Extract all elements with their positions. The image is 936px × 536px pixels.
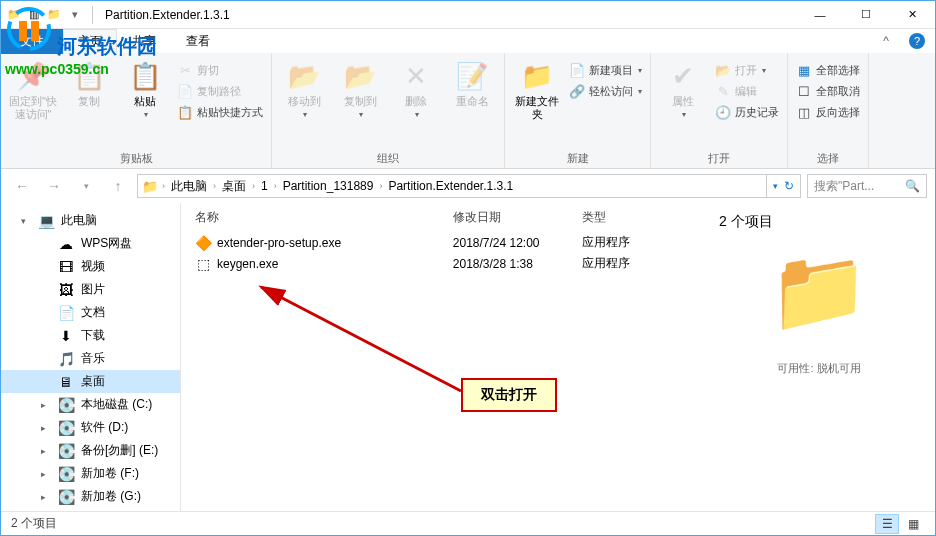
sidebar-item[interactable]: ⬇下载 [1,324,180,347]
history-icon: 🕘 [715,104,731,120]
file-row[interactable]: 🔶extender-pro-setup.exe2018/7/24 12:00应用… [181,232,671,253]
column-name[interactable]: 名称 [195,209,453,226]
navigation-sidebar: ▾💻此电脑☁WPS网盘🎞视频🖼图片📄文档⬇下载🎵音乐🖥桌面▸💽本地磁盘 (C:)… [1,203,181,511]
rename-icon: 📝 [456,61,488,93]
close-button[interactable]: ✕ [889,1,935,29]
tab-home[interactable]: 主页 [63,29,117,54]
qat-dropdown-icon[interactable]: ▾ [66,6,84,24]
file-icon: 🔶 [195,235,211,251]
sidebar-item-icon: 🎵 [57,351,75,367]
history-button[interactable]: 🕘历史记录 [713,103,781,121]
column-type[interactable]: 类型 [582,209,661,226]
easy-access-button[interactable]: 🔗轻松访问▾ [567,82,644,100]
sidebar-item[interactable]: 🎞视频 [1,255,180,278]
search-input[interactable]: 搜索"Part... 🔍 [807,174,927,198]
help-icon[interactable]: ? [909,33,925,49]
copy-to-button[interactable]: 📂复制到▾ [334,57,386,120]
delete-button[interactable]: ✕删除▾ [390,57,442,120]
nav-up-button[interactable]: ↑ [105,173,131,199]
invert-selection-button[interactable]: ◫反向选择 [794,103,862,121]
sidebar-item-icon: 💽 [57,489,75,505]
sidebar-item[interactable]: ▸💽备份[勿删] (E:) [1,439,180,462]
ribbon-tabs: 文件 主页 共享 查看 ^ ? [1,29,935,53]
sidebar-item[interactable]: 📄文档 [1,301,180,324]
view-large-icons-icon[interactable]: ▦ [901,514,925,534]
sidebar-item-label: 新加卷 (F:) [81,465,139,482]
minimize-button[interactable]: — [797,1,843,29]
file-date: 2018/7/24 12:00 [453,236,582,250]
sidebar-item-label: 图片 [81,281,105,298]
qat-new-folder-icon[interactable]: 📁 [45,6,63,24]
tab-view[interactable]: 查看 [171,29,225,54]
copy-button[interactable]: 📋 复制 [63,57,115,108]
easy-access-icon: 🔗 [569,83,585,99]
sidebar-item[interactable]: ▸💽新加卷 (G:) [1,485,180,508]
maximize-button[interactable]: ☐ [843,1,889,29]
search-icon[interactable]: 🔍 [905,179,920,193]
sidebar-item-icon: 💽 [57,397,75,413]
ribbon-collapse-icon[interactable]: ^ [869,34,903,48]
sidebar-item-icon: 📄 [57,305,75,321]
properties-button[interactable]: ✔属性▾ [657,57,709,120]
breadcrumb[interactable]: 📁 › 此电脑› 桌面› 1› Partition_131889› Partit… [137,174,801,198]
new-item-button[interactable]: 📄新建项目▾ [567,61,644,79]
breadcrumb-crumb[interactable]: Partition_131889 [279,179,378,193]
main-area: ▾💻此电脑☁WPS网盘🎞视频🖼图片📄文档⬇下载🎵音乐🖥桌面▸💽本地磁盘 (C:)… [1,203,935,511]
sidebar-item-label: 本地磁盘 (C:) [81,396,152,413]
new-folder-icon: 📁 [521,61,553,93]
sidebar-item-label: 新加卷 (G:) [81,488,141,505]
ribbon-group-open: ✔属性▾ 📂打开▾ ✎编辑 🕘历史记录 打开 [651,53,788,168]
chevron-icon: ▸ [41,423,51,433]
details-folder-icon: 📁 [759,241,879,341]
breadcrumb-history-icon[interactable]: ▾ [773,181,778,191]
sidebar-item[interactable]: ▸💽新加卷 (F:) [1,462,180,485]
cut-button[interactable]: ✂剪切 [175,61,265,79]
sidebar-item-icon: 💽 [57,420,75,436]
rename-button[interactable]: 📝重命名 [446,57,498,108]
select-none-button[interactable]: ☐全部取消 [794,82,862,100]
pin-button[interactable]: 📌 固定到"快速访问" [7,57,59,121]
nav-forward-button[interactable]: → [41,173,67,199]
file-name: extender-pro-setup.exe [217,236,341,250]
tab-share[interactable]: 共享 [117,29,171,54]
file-name: keygen.exe [217,257,278,271]
move-to-button[interactable]: 📂移动到▾ [278,57,330,120]
view-details-icon[interactable]: ☰ [875,514,899,534]
sidebar-item[interactable]: 🖥桌面 [1,370,180,393]
content-area: 名称 修改日期 类型 🔶extender-pro-setup.exe2018/7… [181,203,935,511]
edit-button[interactable]: ✎编辑 [713,82,781,100]
tab-file[interactable]: 文件 [1,29,63,54]
paste-shortcut-button[interactable]: 📋粘贴快捷方式 [175,103,265,121]
new-folder-button[interactable]: 📁新建文件夹 [511,57,563,121]
sidebar-item-label: 此电脑 [61,212,97,229]
refresh-icon[interactable]: ↻ [784,179,794,193]
paste-button[interactable]: 📋 粘贴▾ [119,57,171,120]
breadcrumb-crumb[interactable]: 此电脑 [167,178,211,195]
status-item-count: 2 个项目 [11,515,57,532]
ribbon-group-select: ▦全部选择 ☐全部取消 ◫反向选择 选择 [788,53,869,168]
sidebar-item-label: 下载 [81,327,105,344]
open-button[interactable]: 📂打开▾ [713,61,781,79]
file-type: 应用程序 [582,234,661,251]
chevron-right-icon[interactable]: › [160,181,167,191]
sidebar-item[interactable]: ▾💻此电脑 [1,209,180,232]
properties-icon: ✔ [667,61,699,93]
breadcrumb-crumb[interactable]: 1 [257,179,272,193]
sidebar-item[interactable]: 🖼图片 [1,278,180,301]
breadcrumb-crumb[interactable]: Partition.Extender.1.3.1 [384,179,517,193]
nav-recent-dropdown[interactable]: ▾ [73,173,99,199]
copy-path-button[interactable]: 📄复制路径 [175,82,265,100]
cut-icon: ✂ [177,62,193,78]
column-date[interactable]: 修改日期 [453,209,582,226]
sidebar-item[interactable]: 🎵音乐 [1,347,180,370]
sidebar-item-label: 软件 (D:) [81,419,128,436]
file-row[interactable]: ⬚keygen.exe2018/3/28 1:38应用程序 [181,253,671,274]
breadcrumb-folder-icon: 📁 [142,179,160,194]
qat-properties-icon[interactable]: ▥ [25,6,43,24]
sidebar-item[interactable]: ▸💽本地磁盘 (C:) [1,393,180,416]
breadcrumb-crumb[interactable]: 桌面 [218,178,250,195]
sidebar-item[interactable]: ☁WPS网盘 [1,232,180,255]
select-all-button[interactable]: ▦全部选择 [794,61,862,79]
sidebar-item[interactable]: ▸💽软件 (D:) [1,416,180,439]
nav-back-button[interactable]: ← [9,173,35,199]
